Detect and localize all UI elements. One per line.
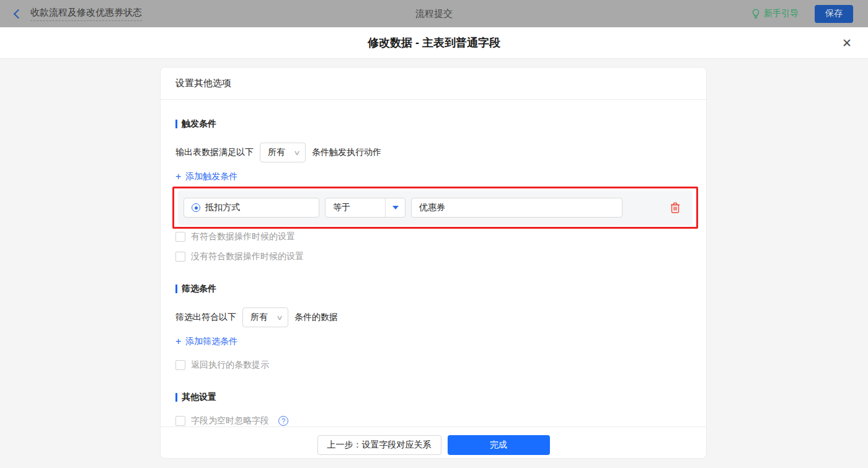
filter-match-row: 筛选出符合以下 所有 ∨ 条件的数据 bbox=[175, 307, 691, 327]
top-bar-left: 收款流程及修改优惠券状态 bbox=[15, 7, 142, 21]
condition-operator-select[interactable]: 等于 bbox=[325, 198, 405, 218]
section-bar-icon bbox=[175, 285, 177, 293]
checkbox-ignore-empty[interactable] bbox=[175, 416, 185, 426]
chevron-down-icon: ∨ bbox=[276, 314, 283, 322]
close-icon[interactable]: ✕ bbox=[842, 37, 852, 49]
back-icon[interactable] bbox=[14, 9, 24, 19]
beginner-guide-link[interactable]: 新手引导 bbox=[751, 8, 799, 19]
card-title: 设置其他选项 bbox=[161, 68, 706, 100]
trigger-match-select[interactable]: 所有 ∨ bbox=[260, 143, 306, 162]
other-section-title: 其他设置 bbox=[175, 392, 691, 403]
filter-match-select[interactable]: 所有 ∨ bbox=[242, 307, 288, 327]
trigger-suffix-text: 条件触发执行动作 bbox=[312, 147, 381, 158]
trigger-prefix-text: 输出表数据满足以下 bbox=[175, 147, 254, 158]
trash-icon bbox=[670, 202, 680, 213]
checkbox-ignore-empty-label: 字段为空时忽略字段 bbox=[191, 415, 269, 426]
add-trigger-condition-label: 添加触发条件 bbox=[185, 171, 237, 182]
filter-suffix-text: 条件的数据 bbox=[294, 312, 338, 323]
top-bar: 收款流程及修改优惠券状态 流程提交 新手引导 保存 bbox=[0, 0, 868, 27]
condition-operator-value: 等于 bbox=[326, 198, 385, 217]
section-bar-icon bbox=[175, 393, 177, 402]
add-filter-condition-label: 添加筛选条件 bbox=[185, 336, 237, 347]
trigger-condition-row: 抵扣方式 等于 优惠券 bbox=[178, 190, 693, 225]
section-bar-icon bbox=[175, 120, 177, 128]
checkbox-row-count-tip[interactable]: 返回执行的条数提示 bbox=[175, 360, 691, 371]
operator-caret-box[interactable] bbox=[385, 198, 405, 217]
card-content: 触发条件 输出表数据满足以下 所有 ∨ 条件触发执行动作 + 添加触发条件 bbox=[161, 100, 706, 426]
filter-section-title: 筛选条件 bbox=[175, 283, 691, 294]
plus-icon: + bbox=[175, 172, 181, 182]
checkbox-count-tip[interactable] bbox=[175, 360, 185, 370]
checkbox-no-match[interactable] bbox=[175, 252, 185, 262]
checkbox-row-ignore-empty[interactable]: 字段为空时忽略字段 ? bbox=[175, 415, 691, 426]
checkbox-count-tip-label: 返回执行的条数提示 bbox=[191, 360, 269, 371]
condition-field-selector[interactable]: 抵扣方式 bbox=[184, 198, 319, 218]
plus-icon: + bbox=[175, 337, 181, 347]
help-icon[interactable]: ? bbox=[278, 416, 288, 426]
checkbox-row-no-match[interactable]: 没有符合数据操作时候的设置 bbox=[175, 251, 691, 262]
radio-field-type-icon bbox=[192, 203, 200, 212]
delete-condition-button[interactable] bbox=[670, 202, 680, 213]
options-card: 设置其他选项 触发条件 输出表数据满足以下 所有 ∨ 条件触发执行动作 bbox=[160, 67, 707, 459]
lightbulb-icon bbox=[751, 9, 760, 19]
chevron-down-icon: ∨ bbox=[293, 149, 301, 157]
save-button[interactable]: 保存 bbox=[815, 5, 853, 23]
trigger-section-label: 触发条件 bbox=[182, 118, 216, 130]
annotation-highlight-box: 抵扣方式 等于 优惠券 bbox=[172, 187, 698, 229]
filter-match-select-value: 所有 bbox=[250, 312, 268, 323]
other-section-label: 其他设置 bbox=[182, 392, 216, 403]
trigger-section-title: 触发条件 bbox=[175, 118, 691, 130]
checkbox-has-match[interactable] bbox=[175, 232, 185, 242]
trigger-match-select-value: 所有 bbox=[268, 147, 285, 158]
card-footer: 上一步：设置字段对应关系 完成 bbox=[161, 426, 706, 462]
modal-header: 修改数据 - 主表到普通字段 ✕ bbox=[0, 27, 868, 59]
modal-body: 设置其他选项 触发条件 输出表数据满足以下 所有 ∨ 条件触发执行动作 bbox=[0, 59, 868, 468]
condition-field-label: 抵扣方式 bbox=[205, 202, 240, 213]
add-trigger-condition-link[interactable]: + 添加触发条件 bbox=[175, 171, 237, 182]
modal-title: 修改数据 - 主表到普通字段 bbox=[368, 35, 500, 50]
add-trigger-row: + 添加触发条件 bbox=[175, 171, 691, 182]
filter-prefix-text: 筛选出符合以下 bbox=[175, 312, 236, 323]
checkbox-no-match-label: 没有符合数据操作时候的设置 bbox=[191, 251, 304, 262]
beginner-guide-label: 新手引导 bbox=[764, 8, 799, 19]
flow-title[interactable]: 收款流程及修改优惠券状态 bbox=[30, 7, 142, 21]
filter-section-label: 筛选条件 bbox=[182, 283, 216, 294]
top-bar-right: 新手引导 保存 bbox=[751, 5, 853, 23]
checkbox-row-has-match[interactable]: 有符合数据操作时候的设置 bbox=[175, 231, 691, 242]
previous-step-button[interactable]: 上一步：设置字段对应关系 bbox=[317, 435, 441, 455]
app-root: 收款流程及修改优惠券状态 流程提交 新手引导 保存 修改数据 - 主表到普通字段… bbox=[0, 0, 868, 468]
add-filter-condition-link[interactable]: + 添加筛选条件 bbox=[175, 336, 237, 347]
done-button[interactable]: 完成 bbox=[448, 435, 550, 455]
condition-value-input[interactable]: 优惠券 bbox=[411, 198, 622, 218]
checkbox-has-match-label: 有符合数据操作时候的设置 bbox=[191, 231, 295, 242]
add-filter-row: + 添加筛选条件 bbox=[175, 336, 691, 347]
trigger-match-row: 输出表数据满足以下 所有 ∨ 条件触发执行动作 bbox=[175, 143, 691, 162]
triangle-down-icon bbox=[392, 206, 399, 210]
